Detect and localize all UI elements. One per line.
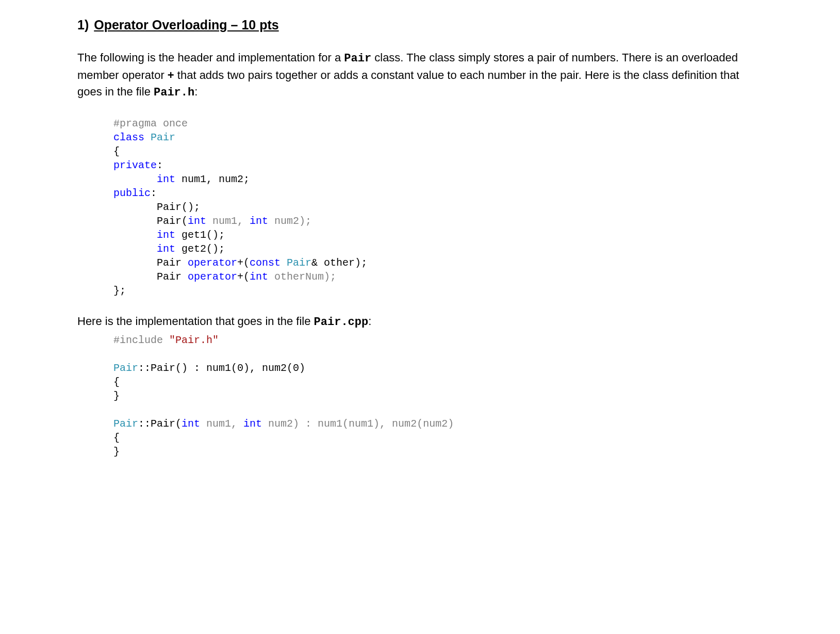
text: The following is the header and implemen… — [77, 51, 344, 64]
code-type: Pair — [287, 257, 311, 269]
code-text: Pair( — [113, 215, 188, 227]
code-punct: : — [157, 159, 163, 171]
heading-title: Operator Overloading – 10 pts — [94, 18, 278, 32]
code-text: & other); — [311, 257, 367, 269]
code-brace: } — [113, 390, 120, 402]
code-keyword: int — [182, 418, 200, 430]
code-keyword: int — [157, 243, 175, 255]
code-keyword: operator — [188, 257, 237, 269]
code-type: Pair — [151, 132, 175, 143]
class-name: Pair — [344, 52, 371, 65]
code-indent: Pair — [113, 271, 188, 283]
code-text: ::Pair( — [138, 418, 182, 430]
operator-plus: + — [168, 69, 174, 82]
code-type: Pair — [113, 418, 138, 430]
heading-number: 1) — [77, 18, 89, 32]
code-text — [281, 257, 287, 269]
code-include: #include — [113, 334, 163, 346]
code-text: +( — [237, 271, 250, 283]
code-param: num2); — [268, 215, 311, 227]
text: : — [368, 315, 371, 328]
code-brace: }; — [113, 285, 126, 297]
code-param: num2) : num1(num1), num2(num2) — [262, 418, 454, 430]
code-text: num1, num2; — [175, 173, 250, 185]
code-text: get1(); — [175, 229, 225, 241]
code-keyword: public — [113, 187, 151, 199]
code-text: +( — [237, 257, 250, 269]
code-keyword: class — [113, 132, 151, 143]
code-keyword: operator — [188, 271, 237, 283]
code-text — [163, 334, 169, 346]
code-type: Pair — [113, 362, 138, 374]
code-indent — [113, 243, 157, 255]
code-text: Pair(); — [113, 201, 200, 213]
code-param: num1, — [200, 418, 243, 430]
code-indent — [113, 229, 157, 241]
code-keyword: const — [250, 257, 281, 269]
question-heading: 1)Operator Overloading – 10 pts — [77, 15, 763, 34]
code-pragma: #pragma once — [113, 118, 188, 129]
code-keyword: int — [188, 215, 206, 227]
code-punct: : — [151, 187, 157, 199]
code-text: ::Pair() : num1(0), num2(0) — [138, 362, 305, 374]
code-param: num1, — [206, 215, 250, 227]
code-brace: } — [113, 446, 120, 458]
code-brace: { — [113, 145, 120, 157]
code-indent: Pair — [113, 257, 188, 269]
paragraph-2: Here is the implementation that goes in … — [77, 313, 763, 331]
code-string: "Pair.h" — [169, 334, 219, 346]
code-keyword: int — [243, 418, 262, 430]
code-text: get2(); — [175, 243, 225, 255]
text: : — [194, 85, 197, 98]
code-keyword: int — [250, 215, 268, 227]
paragraph-1: The following is the header and implemen… — [77, 50, 763, 101]
filename: Pair.cpp — [314, 316, 369, 329]
code-keyword: int — [157, 229, 175, 241]
code-indent — [113, 173, 157, 185]
text: Here is the implementation that goes in … — [77, 315, 314, 328]
code-param: otherNum); — [268, 271, 336, 283]
code-keyword: int — [157, 173, 175, 185]
code-keyword: private — [113, 159, 157, 171]
code-block-impl: #include "Pair.h" Pair::Pair() : num1(0)… — [113, 333, 763, 459]
code-keyword: int — [250, 271, 268, 283]
code-block-header: #pragma once class Pair { private: int n… — [113, 117, 763, 298]
code-brace: { — [113, 432, 120, 444]
filename: Pair.h — [154, 86, 194, 99]
code-brace: { — [113, 376, 120, 388]
